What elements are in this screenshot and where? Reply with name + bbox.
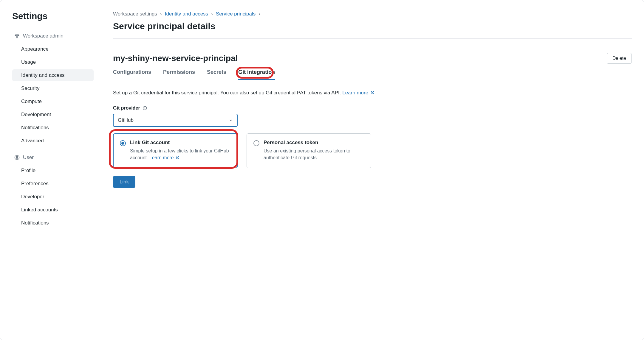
sidebar-item-preferences[interactable]: Preferences [12,178,94,190]
chevron-right-icon: › [160,11,162,17]
svg-point-2 [16,37,18,38]
sidebar-item-linked-accounts[interactable]: Linked accounts [12,204,94,216]
nav-group-label: User [23,155,34,160]
breadcrumb-link-service-principals[interactable]: Service principals [216,11,256,17]
tab-permissions[interactable]: Permissions [163,69,195,80]
sidebar-item-profile[interactable]: Profile [12,165,94,177]
option-personal-access-token[interactable]: Personal access token Use an existing pe… [247,133,371,168]
page-title: Service principal details [113,21,632,39]
sidebar-item-developer[interactable]: Developer [12,191,94,203]
nav-group-header-workspace-admin: Workspace admin [12,31,94,41]
tabs: Configurations Permissions Secrets Git i… [113,69,632,80]
tab-git-integration[interactable]: Git integration [238,69,275,80]
chevron-down-icon [229,118,233,122]
sidebar-item-security[interactable]: Security [12,82,94,94]
user-icon [14,155,20,160]
auth-method-options: Link Git account Simple setup in a few c… [113,133,632,168]
sidebar-item-compute[interactable]: Compute [12,96,94,107]
sidebar-item-identity-and-access[interactable]: Identity and access [12,69,94,81]
git-provider-label: Git provider [113,105,632,111]
option-title: Link Git account [130,140,231,146]
learn-more-link[interactable]: Learn more [149,155,179,160]
settings-title: Settings [12,11,94,21]
sidebar-item-usage[interactable]: Usage [12,56,94,68]
sidebar-item-development[interactable]: Development [12,109,94,121]
tab-configurations[interactable]: Configurations [113,69,151,80]
chevron-right-icon: › [258,11,260,17]
external-link-icon [370,89,374,97]
svg-point-7 [145,107,145,107]
main-content: Workspace settings › Identity and access… [101,0,644,340]
breadcrumb: Workspace settings › Identity and access… [113,11,632,17]
radio-dot-icon [253,140,259,146]
option-link-git-account[interactable]: Link Git account Simple setup in a few c… [113,133,238,168]
breadcrumb-item: Workspace settings [113,11,157,17]
sidebar-item-user-notifications[interactable]: Notifications [12,217,94,229]
learn-more-link[interactable]: Learn more [342,90,374,96]
radio-dot-icon [120,140,126,146]
external-link-icon [176,155,179,161]
info-icon [143,106,147,110]
option-description: Simple setup in a few clicks to link you… [130,147,231,161]
git-description: Set up a Git credential for this service… [113,89,632,97]
svg-point-0 [15,34,16,35]
entity-name: my-shiny-new-service-principal [113,54,238,63]
sidebar-item-advanced[interactable]: Advanced [12,135,94,147]
delete-button[interactable]: Delete [607,53,632,64]
link-button[interactable]: Link [113,176,135,188]
svg-point-1 [18,34,19,35]
option-description: Use an existing personal access token to… [264,147,364,161]
option-title: Personal access token [264,140,364,146]
svg-point-4 [16,156,18,158]
tab-secrets[interactable]: Secrets [207,69,226,80]
nav-group-workspace-admin: Workspace admin Appearance Usage Identit… [12,31,94,147]
sidebar: Settings Workspace admin Appearance Usag… [0,0,101,340]
workspace-admin-icon [14,33,20,39]
git-provider-select[interactable]: GitHub [113,114,238,127]
chevron-right-icon: › [211,11,213,17]
sidebar-item-appearance[interactable]: Appearance [12,43,94,55]
sidebar-item-notifications[interactable]: Notifications [12,122,94,134]
git-provider-value: GitHub [118,117,134,123]
breadcrumb-link-identity[interactable]: Identity and access [165,11,208,17]
nav-group-label: Workspace admin [23,33,64,39]
nav-group-header-user: User [12,152,94,163]
nav-group-user: User Profile Preferences Developer Linke… [12,152,94,229]
